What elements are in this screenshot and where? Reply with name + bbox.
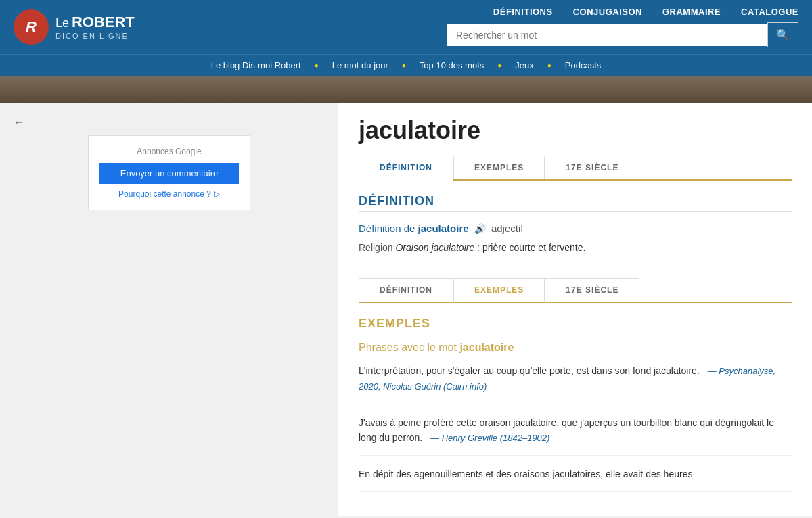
nav-catalogue[interactable]: CATALOGUE bbox=[741, 7, 798, 17]
back-arrow[interactable]: ← bbox=[14, 116, 325, 128]
ad-label: Annonces Google bbox=[99, 147, 239, 156]
def-category: Religion bbox=[359, 242, 393, 253]
tab2-definition[interactable]: DÉFINITION bbox=[359, 278, 453, 302]
search-input[interactable] bbox=[447, 24, 767, 46]
examples-subtitle-pre: Phrases avec le mot bbox=[359, 342, 459, 353]
tab-definition[interactable]: DÉFINITION bbox=[359, 156, 453, 181]
examples-subtitle: Phrases avec le mot jaculatoire bbox=[359, 342, 792, 354]
tab2-siecle[interactable]: 17e SIÈCLE bbox=[545, 278, 639, 302]
examples-tabs: DÉFINITION EXEMPLES 17e SIÈCLE bbox=[359, 278, 792, 303]
subnav-jeux[interactable]: Jeux bbox=[515, 60, 533, 70]
dot-2: ● bbox=[402, 62, 406, 69]
logo-le: Le bbox=[55, 16, 69, 30]
definition-heading: DÉFINITION bbox=[359, 194, 792, 212]
example-1-text: L'interprétation, pour s'égaler au coup … bbox=[359, 365, 700, 376]
ad-why-link[interactable]: Pourquoi cette annonce ? ▷ bbox=[99, 189, 239, 199]
definition-text: Religion Oraison jaculatoire : prière co… bbox=[359, 242, 792, 264]
speaker-icon[interactable]: 🔊 bbox=[474, 223, 486, 234]
def-intro-pre: Définition de bbox=[359, 222, 418, 234]
example-2-text: J'avais à peine proféré cette oraison ja… bbox=[359, 417, 774, 443]
example-1: L'interprétation, pour s'égaler au coup … bbox=[359, 363, 792, 404]
logo-icon: R bbox=[14, 9, 49, 45]
definition-line: Définition de jaculatoire 🔊 adjectif bbox=[359, 222, 792, 234]
ad-box: Annonces Google Envoyer un commentaire P… bbox=[88, 135, 250, 210]
logo-text: Le Robert Dico en ligne bbox=[55, 14, 135, 41]
nav-definitions[interactable]: DÉFINITIONS bbox=[493, 7, 553, 17]
def-pos: adjectif bbox=[491, 222, 524, 234]
tab-siecle[interactable]: 17e SIÈCLE bbox=[545, 156, 639, 179]
nav-conjugaison[interactable]: CONJUGAISON bbox=[573, 7, 642, 17]
example-3-text: En dépit des agenouillements et des orai… bbox=[359, 469, 692, 479]
logo-subtitle: Dico en ligne bbox=[55, 32, 135, 41]
ad-comment-button[interactable]: Envoyer un commentaire bbox=[99, 163, 239, 184]
search-bar: 🔍 bbox=[447, 22, 798, 47]
tab2-exemples[interactable]: EXEMPLES bbox=[453, 278, 545, 303]
logo-robert: Robert bbox=[72, 14, 135, 30]
examples-heading: EXEMPLES bbox=[359, 316, 792, 331]
content-area: jaculatoire DÉFINITION EXEMPLES 17e SIÈC… bbox=[338, 103, 812, 516]
logo-r: R bbox=[26, 18, 37, 36]
hero-strip bbox=[0, 76, 812, 103]
subnav-blog[interactable]: Le blog Dis-moi Robert bbox=[211, 60, 301, 70]
def-rest: : prière courte et fervente. bbox=[477, 242, 585, 253]
nav-grammaire[interactable]: GRAMMAIRE bbox=[662, 7, 721, 17]
dot-1: ● bbox=[315, 62, 319, 69]
logo-brand: Le Robert bbox=[55, 14, 135, 31]
header: R Le Robert Dico en ligne DÉFINITIONS CO… bbox=[0, 0, 812, 54]
def-word: jaculatoire bbox=[418, 222, 469, 234]
main-nav: DÉFINITIONS CONJUGAISON GRAMMAIRE CATALO… bbox=[493, 7, 798, 17]
main-layout: ← Annonces Google Envoyer un commentaire… bbox=[0, 103, 812, 516]
tab-exemples[interactable]: EXEMPLES bbox=[453, 156, 545, 179]
def-italic: Oraison jaculatoire bbox=[395, 242, 474, 253]
subnav: Le blog Dis-moi Robert ● Le mot du jour … bbox=[0, 54, 812, 76]
dot-3: ● bbox=[497, 62, 501, 69]
logo-area: R Le Robert Dico en ligne bbox=[14, 9, 162, 45]
sidebar: ← Annonces Google Envoyer un commentaire… bbox=[0, 103, 338, 516]
subnav-mot-du-jour[interactable]: Le mot du jour bbox=[332, 60, 388, 70]
word-title: jaculatoire bbox=[359, 116, 792, 145]
example-2: J'avais à peine proféré cette oraison ja… bbox=[359, 415, 792, 456]
example-3: En dépit des agenouillements et des orai… bbox=[359, 467, 792, 492]
chevron-right-icon: ▷ bbox=[214, 189, 220, 199]
subnav-top10[interactable]: Top 10 des mots bbox=[420, 60, 484, 70]
subnav-podcasts[interactable]: Podcasts bbox=[565, 60, 601, 70]
examples-subtitle-word: jaculatoire bbox=[459, 342, 514, 353]
dot-4: ● bbox=[547, 62, 551, 69]
example-2-source: — Henry Gréville (1842–1902) bbox=[430, 433, 549, 443]
header-right: DÉFINITIONS CONJUGAISON GRAMMAIRE CATALO… bbox=[162, 7, 798, 47]
search-button[interactable]: 🔍 bbox=[767, 22, 798, 47]
definition-tabs: DÉFINITION EXEMPLES 17e SIÈCLE bbox=[359, 156, 792, 181]
